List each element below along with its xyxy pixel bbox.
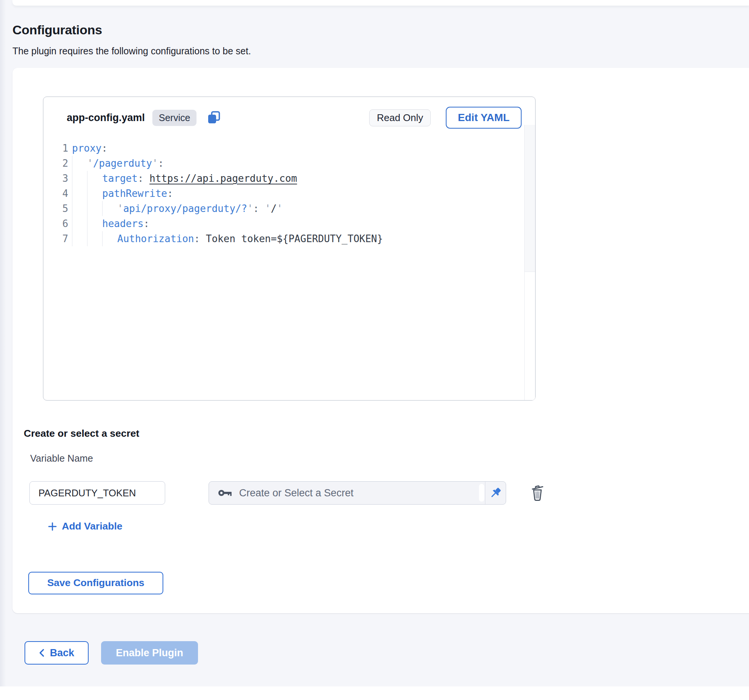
code-area: 1proxy:2'/pagerduty':3target: https://ap… [43,141,535,246]
editor-scrollbar-thumb[interactable] [525,125,535,272]
code-line-content: target: https://api.pagerduty.com [72,171,297,186]
code-line-content: pathRewrite: [72,186,173,201]
key-icon [218,489,232,497]
variable-name-input[interactable] [29,481,165,505]
back-button[interactable]: Back [25,641,89,665]
code-text: pathRewrite: [102,186,173,201]
code-text: proxy: [72,141,107,156]
line-number: 4 [49,186,68,201]
add-variable-button[interactable]: Add Variable [48,520,123,532]
pin-button[interactable] [485,482,506,504]
chevron-left-icon [39,649,45,657]
line-number: 1 [49,141,68,156]
code-line: 3target: https://api.pagerduty.com [43,171,535,186]
code-line-content: 'api/proxy/pagerduty/?': '/' [72,201,282,216]
read-only-badge: Read Only [369,109,431,126]
editor-header: app-config.yaml Service Read Only Edit Y… [43,97,535,129]
indent-guide [72,186,87,201]
footer-actions: Back Enable Plugin [25,641,749,665]
line-number: 2 [49,156,68,171]
copy-icon [206,110,221,125]
code-text: target: https://api.pagerduty.com [102,171,297,186]
yaml-editor-card: app-config.yaml Service Read Only Edit Y… [43,97,536,401]
indent-guide [87,231,102,246]
code-line: 4pathRewrite: [43,186,535,201]
indent-guide [72,156,87,171]
line-number: 6 [49,216,68,231]
trash-icon [530,484,545,502]
indent-guide [102,231,117,246]
code-line: 1proxy: [43,141,535,156]
indent-guide [72,231,87,246]
code-line-content: '/pagerduty': [72,156,164,171]
code-line-content: headers: [72,216,149,231]
main-content: Configurations The plugin requires the f… [0,6,749,665]
indent-guide [72,201,87,216]
save-configurations-button[interactable]: Save Configurations [28,572,163,594]
variable-row: Create or Select a Secret [29,481,749,505]
indent-guide [102,201,117,216]
line-number: 5 [49,201,68,216]
edit-yaml-button[interactable]: Edit YAML [446,107,522,129]
line-number: 7 [49,231,68,246]
code-line: 5'api/proxy/pagerduty/?': '/' [43,201,535,216]
secret-select-placeholder: Create or Select a Secret [239,487,353,499]
code-line-content: proxy: [72,141,107,156]
code-line: 6headers: [43,216,535,231]
delete-variable-button[interactable] [529,483,546,503]
page-subtitle: The plugin requires the following config… [12,46,749,57]
indent-guide [72,171,87,186]
add-variable-label: Add Variable [62,520,123,532]
service-type-badge: Service [152,110,196,126]
code-text: 'api/proxy/pagerduty/?': '/' [117,201,282,216]
code-line-content: Authorization: Token token=${PAGERDUTY_T… [72,231,383,246]
plus-icon [48,522,57,531]
page-title: Configurations [12,23,749,37]
previous-card-bottom-edge [12,0,749,6]
pushpin-icon [489,487,502,499]
indent-guide [72,216,87,231]
editor-filename: app-config.yaml [67,112,145,124]
configurations-card: app-config.yaml Service Read Only Edit Y… [12,68,749,613]
code-text: headers: [102,216,149,231]
enable-plugin-button[interactable]: Enable Plugin [101,641,198,665]
secret-section-heading: Create or select a secret [24,428,749,439]
secret-select[interactable]: Create or Select a Secret [209,481,506,505]
indent-guide [87,216,102,231]
line-number: 3 [49,171,68,186]
indent-guide [87,171,102,186]
variable-name-label: Variable Name [30,453,749,464]
editor-scrollbar-track [524,125,535,400]
code-text: Authorization: Token token=${PAGERDUTY_T… [117,231,383,246]
code-line: 2'/pagerduty': [43,156,535,171]
indent-guide [87,186,102,201]
code-text: '/pagerduty': [87,156,164,171]
copy-button[interactable] [206,110,221,125]
indent-guide [87,201,102,216]
back-button-label: Back [50,647,74,659]
code-line: 7Authorization: Token token=${PAGERDUTY_… [43,231,535,246]
select-scroll-pill [479,484,484,502]
